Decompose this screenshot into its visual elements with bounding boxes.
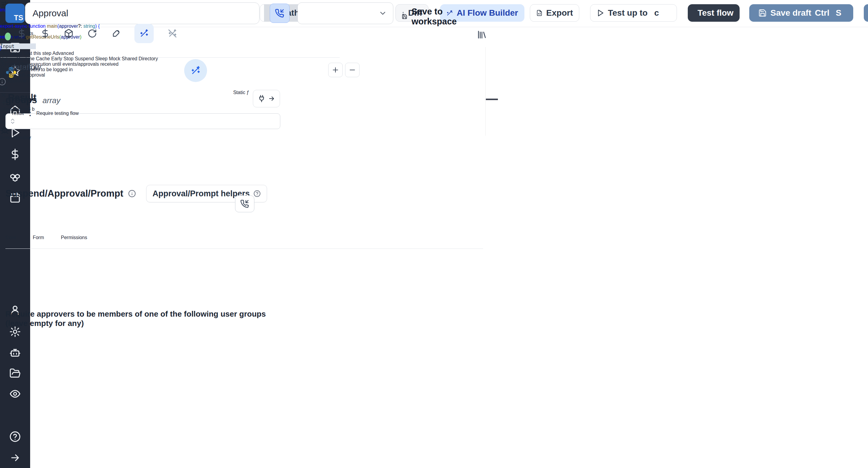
format-icon[interactable] (111, 29, 121, 38)
tab-suspend[interactable]: Suspend (75, 56, 94, 61)
test-up-to-label: Test up to (608, 8, 648, 18)
sidebar-item-workers[interactable] (0, 346, 30, 359)
ai-assistant-button[interactable] (134, 24, 154, 43)
sidebar-item-variables[interactable] (0, 148, 30, 161)
result-title: Result (8, 92, 36, 103)
help-circle-icon (253, 190, 261, 197)
step-name-input[interactable]: Approval (25, 2, 259, 24)
disable-self-approval-label: Disable self-approval (0, 72, 45, 78)
suspend-sub-tabs: Core Form Permissions (5, 235, 87, 240)
zoom-in-button[interactable] (328, 63, 343, 77)
save-to-workspace-label: Save to workspace (412, 7, 460, 27)
zoom-out-button[interactable] (345, 63, 360, 77)
test-flow-label: Test flow (698, 8, 733, 18)
tab-mock[interactable]: Mock (109, 56, 120, 61)
groups-field-type: array (42, 96, 60, 105)
file-export-icon (536, 9, 542, 17)
editor-toolbar (17, 29, 177, 38)
step-name-value: Approval (33, 8, 68, 19)
result-colon: : (29, 109, 31, 118)
save-draft-button[interactable]: Save draft Ctrl S (749, 4, 853, 22)
tab-core[interactable]: Core (5, 235, 16, 240)
sub-tabs-divider (5, 248, 483, 249)
resources-icon[interactable] (40, 29, 50, 38)
groups-note: Require approvers to be members of one o… (5, 310, 286, 328)
connect-input-button[interactable] (253, 90, 280, 107)
overview-ruler-marker (486, 98, 498, 100)
suspend-heading-row: Suspend/Approval/Prompt Approval/Prompt … (5, 185, 267, 202)
library-icon[interactable] (477, 30, 487, 40)
require-login-row: Require approvers to be logged in (0, 67, 286, 72)
phone-incoming-icon (275, 8, 284, 18)
tab-early-stop[interactable]: Early Stop (51, 56, 73, 61)
suspend-approval-indicator-button[interactable] (270, 4, 290, 23)
result-value-pill: Require testing flow (36, 111, 79, 116)
kbd-ctrl: Ctrl (815, 8, 830, 18)
suspend-title: Suspend/Approval/Prompt (5, 188, 123, 199)
tab-step-input[interactable]: Step Input (0, 51, 22, 56)
approval-phone-badge[interactable] (235, 196, 254, 212)
chevron-down-icon (378, 9, 387, 18)
tab-shared-directory[interactable]: Shared Directory (122, 56, 158, 61)
play-icon (596, 9, 604, 17)
minimap (485, 47, 498, 136)
deploy-button-sliver[interactable] (864, 4, 868, 22)
static-mode-button[interactable]: Static (233, 90, 245, 95)
error-handler-label: Error Handler (0, 135, 31, 140)
typescript-language-icon: TS (5, 4, 25, 23)
save-icon (758, 9, 767, 17)
tab-retries[interactable]: Retries (0, 56, 16, 61)
variables-icon[interactable] (17, 29, 27, 38)
plug-icon (258, 95, 266, 103)
plus-icon (332, 66, 339, 74)
test-up-to-step-badge: c (654, 8, 659, 18)
tab-form[interactable]: Form (33, 235, 44, 240)
info-icon[interactable] (128, 190, 136, 198)
require-login-label: Require approvers to be logged in (0, 67, 73, 72)
sidebar-collapse-icon[interactable] (0, 451, 30, 464)
disable-self-approval-row: Disable self-approval (0, 72, 286, 86)
wand-icon (139, 29, 149, 38)
package-icon[interactable] (64, 29, 73, 38)
chevrons-up-down-icon (9, 118, 16, 124)
result-key-chip[interactable]: result (12, 111, 24, 116)
ai-flow-builder-label: AI Flow Builder (457, 8, 518, 18)
step-tabs: Step Input Test this step Advanced (0, 51, 286, 56)
tab-permissions[interactable]: Permissions (61, 235, 87, 240)
static-fx-toggle-group: Static ƒ (233, 90, 249, 95)
save-icon (402, 12, 407, 21)
tab-cache[interactable]: Cache (36, 56, 50, 61)
phone-incoming-icon (240, 199, 249, 208)
sidebar-item-resources[interactable] (0, 170, 30, 183)
save-draft-label: Save draft (770, 8, 811, 18)
export-button[interactable]: Export (530, 4, 579, 22)
script-kind-select[interactable] (298, 2, 393, 24)
kbd-s: S (833, 7, 844, 19)
test-flow-button[interactable]: Test flow (688, 4, 740, 22)
fx-mode-button[interactable]: ƒ (247, 90, 249, 95)
save-to-workspace-button[interactable]: Save to workspace (402, 7, 460, 27)
sidebar-item-help[interactable] (0, 430, 30, 443)
reset-icon[interactable] (87, 29, 97, 38)
info-icon[interactable] (0, 78, 6, 86)
step-editor-panel: TS Approval Save to workspace 1import * … (0, 0, 286, 86)
sidebar-item-folders[interactable] (0, 367, 30, 380)
advanced-tabs: Retries Runtime Cache Early Stop Suspend… (0, 56, 286, 61)
export-label: Export (546, 8, 573, 18)
tab-test-this-step[interactable]: Test this step (23, 51, 51, 56)
arrow-right-icon (268, 95, 275, 102)
tab-sleep[interactable]: Sleep (95, 56, 107, 61)
wand-off-icon[interactable] (167, 29, 177, 38)
minus-icon (348, 66, 356, 74)
status-dot (5, 33, 11, 40)
sidebar-item-audit-logs[interactable] (0, 387, 30, 401)
tab-runtime[interactable]: Runtime (17, 56, 35, 61)
tab-advanced[interactable]: Advanced (53, 51, 74, 56)
suspend-toggle-label: Suspend flow execution until events/appr… (0, 61, 119, 67)
suspend-toggle-row: Suspend flow execution until events/appr… (0, 61, 286, 67)
test-up-to-button[interactable]: Test up to c (590, 4, 677, 22)
